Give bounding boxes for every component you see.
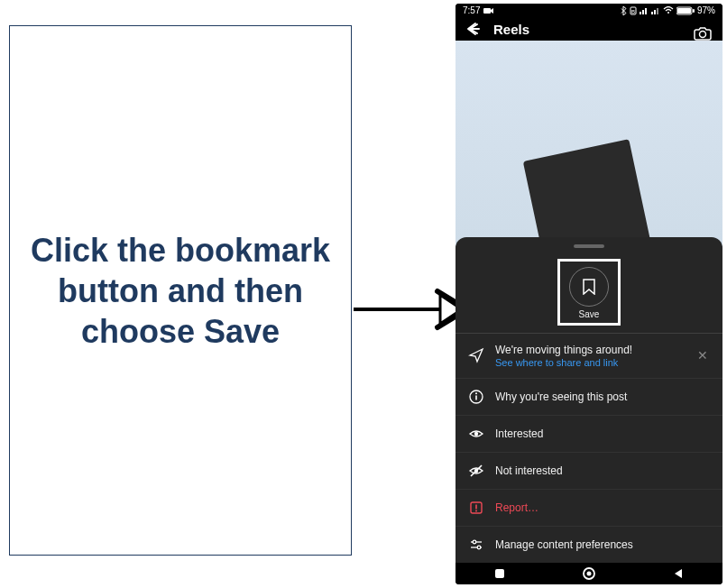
eye-icon bbox=[468, 426, 484, 442]
phone-frame: 7:57 B 97% bbox=[456, 4, 722, 584]
camera-icon[interactable] bbox=[694, 25, 712, 41]
save-button[interactable] bbox=[569, 267, 609, 307]
instruction-text: Click the bookmark button and then choos… bbox=[28, 230, 333, 352]
send-icon bbox=[468, 347, 484, 363]
app-header: Reels bbox=[456, 18, 722, 41]
menu-item-moving[interactable]: We're moving things around! See where to… bbox=[456, 333, 722, 378]
svg-rect-12 bbox=[693, 9, 695, 13]
svg-point-9 bbox=[667, 12, 669, 14]
svg-point-22 bbox=[475, 510, 477, 511]
signal-icon bbox=[640, 7, 649, 14]
svg-rect-6 bbox=[651, 12, 653, 14]
menu-item-manage[interactable]: Manage content preferences bbox=[456, 526, 722, 563]
svg-point-24 bbox=[473, 540, 476, 544]
svg-point-13 bbox=[700, 31, 706, 37]
close-icon[interactable]: ✕ bbox=[695, 348, 710, 363]
menu-item-not-interested[interactable]: Not interested bbox=[456, 452, 722, 489]
interested-label: Interested bbox=[495, 427, 710, 440]
action-sheet: Save We're moving things around! See whe… bbox=[456, 237, 722, 563]
android-nav-bar bbox=[456, 563, 722, 584]
sliders-icon bbox=[468, 537, 484, 553]
svg-point-26 bbox=[477, 546, 481, 549]
report-icon bbox=[468, 500, 484, 516]
battery-icon bbox=[676, 6, 695, 15]
sheet-handle[interactable] bbox=[574, 244, 604, 248]
reel-content[interactable] bbox=[456, 41, 722, 248]
instruction-box: Click the bookmark button and then choos… bbox=[9, 25, 352, 556]
eye-off-icon bbox=[468, 463, 484, 479]
bookmark-icon bbox=[582, 279, 596, 295]
save-label: Save bbox=[579, 309, 600, 319]
wifi-icon bbox=[663, 6, 674, 14]
svg-rect-11 bbox=[677, 8, 691, 14]
svg-rect-21 bbox=[475, 504, 477, 509]
moving-line2[interactable]: See where to share and link bbox=[495, 357, 685, 368]
nav-back-icon[interactable] bbox=[672, 567, 685, 580]
report-label: Report… bbox=[495, 501, 710, 514]
menu-item-why[interactable]: Why you're seeing this post bbox=[456, 378, 722, 415]
svg-rect-7 bbox=[654, 10, 656, 14]
header-title: Reels bbox=[493, 22, 529, 37]
nav-home-icon[interactable] bbox=[582, 566, 596, 581]
moving-line1: We're moving things around! bbox=[495, 344, 632, 356]
status-time: 7:57 bbox=[463, 5, 480, 15]
video-icon bbox=[483, 7, 494, 14]
save-highlight: Save bbox=[557, 259, 621, 326]
svg-line-19 bbox=[471, 465, 482, 476]
svg-point-17 bbox=[474, 432, 478, 436]
not-interested-label: Not interested bbox=[495, 464, 710, 477]
svg-rect-4 bbox=[642, 10, 644, 14]
menu-item-interested[interactable]: Interested bbox=[456, 415, 722, 452]
signal2-icon bbox=[651, 7, 660, 14]
svg-rect-15 bbox=[475, 395, 477, 400]
svg-rect-5 bbox=[645, 8, 647, 14]
svg-point-16 bbox=[475, 392, 477, 394]
status-bar: 7:57 B 97% bbox=[456, 4, 722, 18]
menu-item-report[interactable]: Report… bbox=[456, 489, 722, 526]
bluetooth-icon bbox=[621, 6, 627, 15]
svg-point-29 bbox=[587, 571, 592, 575]
nav-recent-icon[interactable] bbox=[493, 567, 506, 580]
manage-label: Manage content preferences bbox=[495, 538, 710, 551]
svg-rect-3 bbox=[640, 12, 641, 14]
svg-rect-8 bbox=[657, 8, 658, 14]
sim-icon: B bbox=[630, 6, 637, 15]
why-label: Why you're seeing this post bbox=[495, 390, 710, 403]
back-icon[interactable] bbox=[465, 21, 481, 37]
info-icon bbox=[468, 389, 484, 405]
svg-text:B: B bbox=[631, 8, 635, 14]
svg-rect-0 bbox=[483, 8, 491, 14]
svg-rect-27 bbox=[495, 569, 504, 578]
battery-pct: 97% bbox=[697, 5, 715, 15]
